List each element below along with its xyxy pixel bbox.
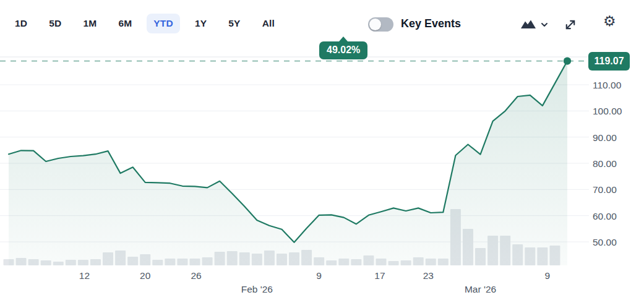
change-percent-value: 49.02% — [327, 45, 360, 55]
last-price-value: 119.07 — [594, 56, 624, 67]
x-axis-month-label: Mar '26 — [465, 284, 496, 295]
x-axis-day-label: 9 — [316, 270, 322, 281]
x-axis-day-label: 17 — [374, 270, 385, 281]
y-axis-label: 50.00 — [593, 237, 636, 248]
y-axis-label: 60.00 — [593, 211, 636, 222]
x-axis-month-label: Feb '26 — [241, 284, 273, 295]
x-axis-day-label: 23 — [423, 270, 434, 281]
last-price-dot — [564, 57, 571, 64]
y-axis-label: 80.00 — [593, 158, 636, 169]
arrow-up-icon — [339, 36, 348, 41]
x-axis-day-label: 12 — [79, 270, 90, 281]
y-axis-label: 100.00 — [593, 106, 636, 117]
x-axis-day-label: 26 — [191, 270, 201, 281]
last-price-badge: 119.07 — [588, 52, 630, 71]
x-axis-day-label: 9 — [545, 270, 551, 281]
y-axis-label: 110.00 — [593, 80, 636, 91]
change-percent-badge: 49.02% — [319, 41, 367, 59]
x-axis-day-label: 20 — [140, 270, 150, 281]
y-axis-label: 70.00 — [593, 184, 636, 195]
stock-chart-widget: 1D 5D 1M 6M YTD 1Y 5Y All Key Events — [0, 0, 644, 300]
y-axis-label: 90.00 — [593, 132, 636, 144]
